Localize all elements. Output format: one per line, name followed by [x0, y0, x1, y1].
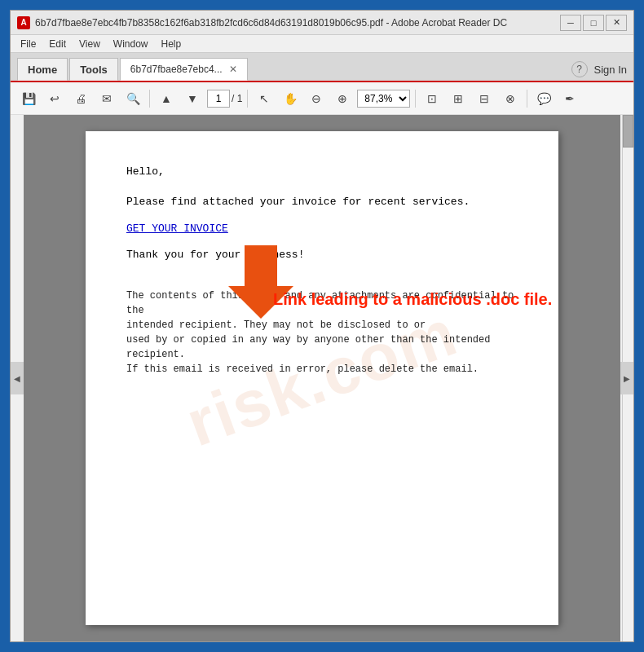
email-icon[interactable]: ✉ — [95, 87, 118, 110]
left-panel-arrow[interactable]: ◀ — [11, 362, 24, 394]
window-controls: ─ □ ✕ — [560, 15, 627, 31]
close-button[interactable]: ✕ — [606, 15, 627, 31]
pdf-body: Please find attached your invoice for re… — [126, 194, 518, 211]
tab-bar-right: ? Sign In — [571, 61, 627, 77]
help-icon[interactable]: ? — [571, 61, 588, 77]
pdf-viewer: risk.com Hello, Please find attached you… — [24, 115, 620, 641]
zoom-select[interactable]: 87,3% — [357, 90, 410, 108]
tab-home[interactable]: Home — [17, 58, 68, 81]
separator-4 — [527, 90, 527, 108]
print-icon[interactable]: 🖨 — [69, 87, 92, 110]
tab-close-icon[interactable]: ✕ — [229, 64, 237, 75]
find-icon[interactable]: 🔍 — [121, 87, 144, 110]
fit-width-icon[interactable]: ⊞ — [447, 87, 470, 110]
tab-document[interactable]: 6b7d7fbae8e7ebc4... ✕ — [120, 58, 248, 81]
sign-in-button[interactable]: Sign In — [594, 64, 627, 76]
minimize-button[interactable]: ─ — [560, 15, 581, 31]
zoom-in-icon[interactable]: ⊕ — [331, 87, 354, 110]
fit-page-icon[interactable]: ⊡ — [421, 87, 443, 110]
tab-tools[interactable]: Tools — [69, 58, 118, 81]
scrollbar-thumb[interactable] — [623, 115, 633, 148]
disclaimer-line2: intended recipient. They may not be disc… — [126, 319, 426, 331]
app-icon: A — [17, 16, 30, 29]
rotate-icon[interactable]: ⊗ — [499, 87, 522, 110]
pdf-invoice-link-container: GET YOUR INVOICE — [126, 221, 518, 238]
menu-edit[interactable]: Edit — [42, 37, 73, 51]
menu-window[interactable]: Window — [107, 37, 155, 51]
maximize-button[interactable]: □ — [583, 15, 604, 31]
save-icon[interactable]: 💾 — [17, 87, 40, 110]
pdf-thank-you: Thank you for your business! — [126, 247, 518, 264]
pdf-disclaimer: The contents of this email and any attac… — [126, 289, 518, 377]
menu-file[interactable]: File — [14, 37, 42, 51]
zoom-out-icon[interactable]: ⊖ — [305, 87, 328, 110]
prev-page-icon[interactable]: ▲ — [155, 87, 178, 110]
acrobat-window: A 6b7d7fbae8e7ebc4fb7b8358c162f6ab318fb2… — [10, 10, 634, 642]
comment-icon[interactable]: 💬 — [532, 87, 555, 110]
invoice-link[interactable]: GET YOUR INVOICE — [126, 222, 228, 235]
separator-1 — [149, 90, 150, 108]
disclaimer-line1: The contents of this email and any attac… — [126, 290, 514, 316]
separator-2 — [247, 90, 248, 108]
next-page-icon[interactable]: ▼ — [181, 87, 204, 110]
menu-view[interactable]: View — [73, 37, 107, 51]
pdf-content: Hello, Please find attached your invoice… — [126, 164, 518, 377]
disclaimer-line4: If this email is received in error, plea… — [126, 363, 479, 375]
page-number-input[interactable] — [207, 90, 230, 108]
fullscreen-icon[interactable]: ⊟ — [473, 87, 496, 110]
disclaimer-line3: used by or copied in any way by anyone o… — [126, 334, 490, 360]
title-bar: A 6b7d7fbae8e7ebc4fb7b8358c162f6ab318fb2… — [11, 11, 633, 35]
pdf-page: risk.com Hello, Please find attached you… — [86, 131, 558, 625]
menu-help[interactable]: Help — [155, 37, 188, 51]
pdf-greeting: Hello, — [126, 164, 518, 181]
sign-icon[interactable]: ✒ — [558, 87, 581, 110]
content-area: ◀ risk.com Hello, Please find attached y… — [11, 115, 633, 641]
select-tool-icon[interactable]: ↖ — [253, 87, 276, 110]
tab-bar: Home Tools 6b7d7fbae8e7ebc4... ✕ ? Sign … — [11, 53, 633, 82]
page-nav: / 1 — [207, 90, 242, 108]
right-panel-arrow[interactable]: ▶ — [620, 362, 633, 394]
menu-bar: File Edit View Window Help — [11, 35, 633, 53]
back-icon[interactable]: ↩ — [43, 87, 66, 110]
separator-3 — [415, 90, 416, 108]
page-total: / 1 — [232, 93, 242, 104]
window-title: 6b7d7fbae8e7ebc4fb7b8358c162f6ab318fb2fc… — [35, 17, 560, 29]
toolbar: 💾 ↩ 🖨 ✉ 🔍 ▲ ▼ / 1 ↖ ✋ ⊖ ⊕ 87,3% ⊡ — [11, 82, 633, 115]
hand-tool-icon[interactable]: ✋ — [279, 87, 302, 110]
